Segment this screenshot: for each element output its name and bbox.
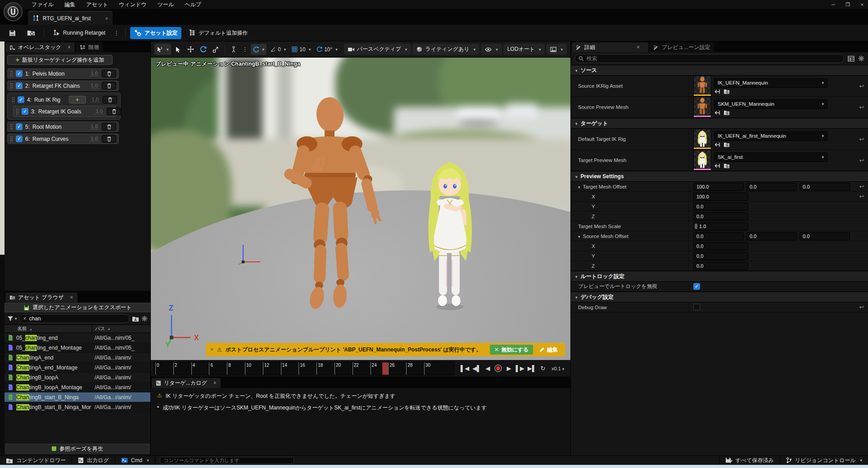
- retarget-op-row[interactable]: 5:Root Motion1.0: [7, 122, 119, 132]
- timeline-ruler[interactable]: 024681012141618202224262830: [154, 362, 454, 375]
- browse-asset-icon[interactable]: [723, 110, 730, 115]
- translate-tool-button[interactable]: [185, 44, 196, 55]
- reset-property-button[interactable]: [859, 193, 864, 200]
- source-ikrig-dropdown[interactable]: IK_UEFN_Mannequin: [714, 78, 827, 88]
- save-status-button[interactable]: すべて保存済み: [719, 456, 780, 465]
- add-retarget-op-button[interactable]: + 新規リターゲティング操作を追加: [7, 55, 113, 65]
- run-retarget-options-icon[interactable]: ⋮: [112, 30, 121, 36]
- content-drawer-button[interactable]: コンテンツドロワー: [0, 456, 72, 465]
- coordinate-space-button[interactable]: [228, 44, 240, 55]
- drag-handle-icon[interactable]: [10, 83, 13, 89]
- asset-thumbnail[interactable]: [693, 150, 711, 171]
- section-debug[interactable]: デバッグ設定: [571, 292, 868, 302]
- close-button[interactable]: ×: [859, 2, 865, 7]
- menu-item[interactable]: 編集: [59, 0, 81, 9]
- op-enabled-checkbox[interactable]: [18, 96, 24, 103]
- export-animations-button[interactable]: 選択したアニメーションをエクスポート: [5, 303, 150, 312]
- viewport-options-dropdown[interactable]: [154, 44, 171, 55]
- browse-to-asset-button[interactable]: [23, 27, 39, 39]
- translate-gizmo[interactable]: [233, 241, 262, 265]
- asset-row[interactable]: ChantingB_start_B_Ninga_Mor/All/Ga...i/a…: [5, 402, 150, 412]
- asset-row[interactable]: 05_chanting_end/All/Ga...nim/05_: [5, 333, 150, 343]
- menu-item[interactable]: アセット: [81, 0, 113, 9]
- drag-handle-icon[interactable]: [12, 97, 15, 103]
- reset-property-button[interactable]: [859, 183, 864, 190]
- cmd-dropdown[interactable]: Cmd: [115, 456, 155, 465]
- tab-close-icon[interactable]: [210, 380, 217, 386]
- offset-x-input[interactable]: [696, 184, 741, 189]
- disable-postprocess-button[interactable]: ✕無効にする: [490, 345, 533, 355]
- retarget-op-row[interactable]: 4:Run IK Rig+1.0: [9, 94, 119, 105]
- save-button[interactable]: [5, 27, 20, 39]
- minimize-button[interactable]: ─: [830, 2, 836, 7]
- console-command-box[interactable]: [160, 457, 294, 464]
- to-front-button[interactable]: ▌◀: [461, 365, 469, 372]
- op-enabled-checkbox[interactable]: [16, 123, 23, 130]
- offset-x-input[interactable]: [696, 234, 741, 239]
- menu-item[interactable]: ウィンドウ: [113, 0, 152, 9]
- offset-x-input[interactable]: [696, 194, 745, 199]
- reset-property-button[interactable]: [859, 304, 864, 310]
- retarget-op-row[interactable]: 3:Retarget IK Goals1.0: [14, 106, 123, 117]
- dismiss-warning-icon[interactable]: ×: [210, 346, 213, 353]
- offset-z-input[interactable]: [803, 184, 847, 189]
- offset-y-input[interactable]: [696, 253, 745, 259]
- to-end-button[interactable]: ▶▌: [528, 365, 536, 372]
- drag-handle-icon[interactable]: [10, 71, 13, 77]
- use-selected-icon[interactable]: [714, 89, 720, 94]
- browse-asset-icon[interactable]: [723, 89, 730, 94]
- drag-handle-icon[interactable]: [16, 108, 19, 115]
- rotation-mode-dropdown[interactable]: [251, 44, 267, 55]
- play-button[interactable]: ▶: [505, 365, 512, 372]
- asset-row[interactable]: ChantingB_loopA_Montage/All/Ga...i/anim/: [5, 382, 150, 392]
- asset-row[interactable]: 05_chanting_end_Montage/All/Ga...nim/05_: [5, 343, 150, 353]
- column-path[interactable]: パス: [92, 325, 150, 333]
- ignore-root-lock-checkbox[interactable]: [693, 283, 700, 290]
- browse-asset-icon[interactable]: [723, 142, 730, 147]
- reset-property-button[interactable]: [859, 83, 864, 90]
- offset-x-input[interactable]: [696, 243, 745, 249]
- offset-y-input[interactable]: [750, 234, 794, 239]
- op-weight[interactable]: 1.0: [90, 136, 99, 142]
- retarget-op-row[interactable]: 6:Remap Curves1.0: [7, 134, 119, 144]
- scale-tool-button[interactable]: [210, 44, 222, 55]
- unreal-logo-icon[interactable]: [4, 2, 23, 21]
- delete-op-button[interactable]: [102, 135, 116, 143]
- menu-item[interactable]: ヘルプ: [179, 0, 207, 9]
- edit-postprocess-button[interactable]: 編集: [537, 345, 561, 355]
- column-name[interactable]: 名前: [5, 325, 92, 332]
- use-selected-icon[interactable]: [714, 110, 720, 115]
- play-ref-pose-button[interactable]: 参照ポーズを再生: [5, 444, 149, 454]
- console-command-input[interactable]: [164, 458, 290, 463]
- display-filter-icon[interactable]: [848, 56, 854, 62]
- offset-z-input[interactable]: [803, 234, 847, 239]
- asset-row[interactable]: ChantingA_end_Montage/All/Ga...i/anim/: [5, 363, 150, 373]
- revision-control-button[interactable]: リビジョンコントロール: [780, 456, 868, 465]
- source-mesh-dropdown[interactable]: SKM_UEFN_Mannequin: [714, 99, 827, 109]
- section-root-lock[interactable]: ルートロック設定: [571, 271, 868, 282]
- step-forward-button[interactable]: ▌▶: [515, 365, 524, 372]
- asset-row[interactable]: ChantingB_loopA/All/Ga...i/anim/: [5, 373, 150, 382]
- tab-op-stack[interactable]: オペレ...スタック: [5, 42, 75, 52]
- step-back-button[interactable]: ◀▌: [472, 365, 481, 372]
- scale-input[interactable]: [699, 224, 745, 229]
- target-character-figure[interactable]: [420, 158, 480, 317]
- details-search-input[interactable]: [587, 55, 840, 62]
- output-log-button[interactable]: 出力ログ: [72, 456, 115, 465]
- viewport-3d-scene[interactable]: Z X Y プレビュー中 アニメーション ChantingB_start_B_N…: [151, 58, 570, 360]
- asset-row[interactable]: ChantingA_end/All/Ga...i/anim/: [5, 353, 150, 363]
- tab-close-icon[interactable]: [64, 44, 71, 50]
- play-reverse-button[interactable]: ◀: [484, 365, 491, 372]
- tab-hierarchy[interactable]: 階層: [76, 42, 103, 52]
- offset-z-input[interactable]: [696, 263, 745, 269]
- tab-preview-scene-settings[interactable]: プレビュ...ーン設定: [649, 42, 714, 52]
- use-selected-icon[interactable]: [714, 142, 720, 147]
- perspective-dropdown[interactable]: パースペクティブ: [344, 44, 411, 55]
- source-mannequin-figure[interactable]: [279, 95, 385, 315]
- retarget-op-row[interactable]: 1:Pelvis Motion1.0: [7, 68, 119, 79]
- target-ikrig-dropdown[interactable]: IK_UEFN_ai_first_Mannequin: [714, 131, 827, 141]
- rotation-snap-button[interactable]: 10°: [314, 44, 340, 55]
- op-enabled-checkbox[interactable]: [16, 70, 23, 77]
- browse-asset-icon[interactable]: [723, 163, 730, 168]
- lit-mode-dropdown[interactable]: ライティングあり: [412, 44, 479, 55]
